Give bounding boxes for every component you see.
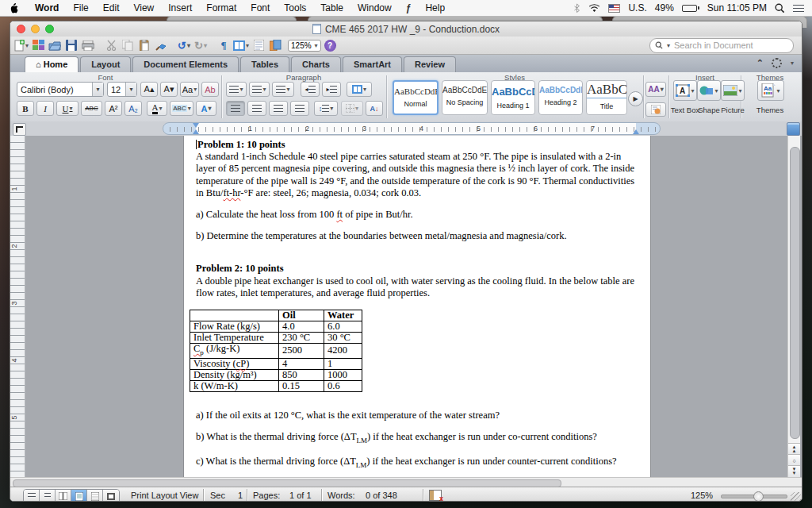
menu-format[interactable]: Format — [199, 0, 243, 16]
notification-center-icon[interactable] — [793, 5, 804, 12]
align-center-button[interactable] — [247, 101, 266, 116]
left-indent-marker[interactable] — [193, 129, 199, 134]
first-line-indent-marker[interactable] — [193, 123, 199, 128]
insert-shape-button[interactable]: ▾ — [697, 80, 721, 101]
show-formatting-button[interactable]: ¶ — [216, 38, 231, 52]
insert-text-box-button[interactable]: A▾ — [673, 80, 697, 101]
underline-button[interactable]: U▾ — [56, 101, 79, 116]
align-left-button[interactable] — [226, 101, 245, 116]
document-map-button[interactable] — [251, 38, 266, 52]
font-name-combo[interactable]: Calibri (Body)▾ — [17, 82, 104, 97]
increase-indent-button[interactable]: ▸ — [322, 82, 341, 97]
manage-styles-button[interactable] — [645, 102, 666, 117]
subscript-button[interactable]: A₂ — [124, 101, 142, 116]
menu-file[interactable]: File — [66, 0, 95, 16]
change-styles-button[interactable]: AA▾ — [645, 82, 666, 97]
clear-formatting-button[interactable]: Ab — [201, 82, 219, 97]
borders-button[interactable]: ▾ — [341, 101, 363, 116]
menu-edit[interactable]: Edit — [96, 0, 127, 16]
input-source-label[interactable]: U.S. — [628, 2, 646, 13]
draft-view-button[interactable] — [24, 490, 40, 502]
menubar-clock[interactable]: Sun 11:05 PM — [707, 2, 767, 13]
strikethrough-button[interactable]: ABC — [81, 101, 102, 116]
previous-page-button[interactable]: ▲▲ — [788, 443, 800, 455]
align-right-button[interactable] — [269, 101, 288, 116]
columns-button[interactable]: ▾ — [347, 82, 372, 97]
menu-window[interactable]: Window — [350, 0, 399, 16]
insert-picture-button[interactable]: ▾ — [721, 80, 745, 101]
bluetooth-icon[interactable] — [573, 3, 580, 13]
zoom-combo[interactable]: 125%▾ — [288, 40, 321, 52]
line-spacing-button[interactable]: ↕▾ — [314, 101, 338, 116]
search-field[interactable]: ▾ — [649, 38, 794, 53]
grow-font-button[interactable]: A▴ — [140, 82, 158, 97]
italic-button[interactable]: I — [36, 101, 54, 116]
save-button[interactable] — [64, 38, 79, 52]
font-color-button[interactable]: A▾ — [147, 101, 167, 116]
publishing-layout-view-button[interactable] — [56, 490, 71, 502]
cut-icon[interactable] — [104, 38, 118, 52]
menu-tools[interactable]: Tools — [277, 0, 313, 16]
tab-document-elements[interactable]: Document Elements — [132, 56, 239, 72]
menu-font[interactable]: Font — [243, 0, 277, 16]
themes-button[interactable]: Aa▾ — [757, 80, 784, 101]
vertical-scrollbar[interactable]: ▲▲ ○ ▼▼ — [787, 136, 800, 477]
style-normal[interactable]: AaBbCcDdEeNormal — [393, 80, 439, 115]
text-effects-button[interactable]: A▾ — [196, 101, 216, 116]
menu-table[interactable]: Table — [313, 0, 350, 16]
ruler-toggle-button[interactable] — [787, 122, 800, 136]
menu-insert[interactable]: Insert — [161, 0, 199, 16]
ribbon-settings-arrow-icon[interactable]: ▾ — [791, 60, 794, 67]
tab-home[interactable]: ⌂ Home — [25, 56, 79, 72]
print-button[interactable] — [81, 38, 95, 52]
script-menu-icon[interactable]: ƒ — [399, 0, 419, 16]
justify-button[interactable] — [290, 101, 309, 116]
multilevel-list-button[interactable]: ▾ — [272, 82, 294, 97]
right-indent-marker[interactable] — [633, 129, 639, 134]
input-source-flag-icon[interactable] — [608, 4, 620, 13]
open-button[interactable] — [48, 38, 62, 52]
search-input[interactable] — [672, 40, 771, 51]
menu-word[interactable]: Word — [28, 0, 66, 16]
menu-view[interactable]: View — [126, 0, 161, 16]
columns-layout-button[interactable]: ▾ — [233, 38, 249, 52]
bold-button[interactable]: B — [17, 101, 34, 116]
style-title[interactable]: AaBbCTitle — [586, 80, 627, 115]
new-document-button[interactable]: ▾ — [14, 38, 29, 52]
collapse-ribbon-icon[interactable]: ⌃ — [756, 58, 764, 68]
window-titlebar[interactable]: CME 465 2017 HW _9 - Conduction.docx — [10, 21, 802, 37]
print-layout-view-button[interactable] — [71, 490, 87, 502]
undo-button[interactable]: ↺▾ — [177, 38, 191, 52]
select-browse-object-button[interactable]: ○ — [788, 454, 800, 466]
tab-tables[interactable]: Tables — [240, 56, 289, 72]
numbering-button[interactable]: ▾ — [249, 82, 270, 97]
style-heading-2[interactable]: AaBbCcDdEHeading 2 — [538, 80, 583, 115]
change-case-button[interactable]: Aa▾ — [180, 82, 199, 97]
wifi-icon[interactable] — [588, 4, 600, 13]
vertical-scrollbar-thumb[interactable] — [790, 147, 800, 439]
elements-gallery-icon[interactable] — [31, 38, 45, 52]
zoom-slider-thumb[interactable] — [753, 491, 764, 502]
tab-charts[interactable]: Charts — [291, 56, 341, 72]
spelling-status-icon[interactable]: x — [429, 490, 442, 501]
paste-button[interactable] — [137, 38, 151, 52]
sort-button[interactable]: A↓ — [366, 101, 383, 116]
notebook-layout-view-button[interactable] — [87, 490, 103, 502]
document-page[interactable]: Problem 1: 10 points A standard 1-inch S… — [183, 136, 651, 477]
help-button[interactable]: ? — [324, 40, 336, 52]
copy-icon[interactable] — [121, 38, 135, 52]
print-preview-button[interactable] — [268, 38, 282, 52]
more-styles-button[interactable]: ▶ — [628, 91, 643, 106]
format-painter-button[interactable] — [154, 38, 168, 52]
outline-view-button[interactable] — [40, 490, 56, 502]
spotlight-icon[interactable] — [775, 3, 785, 13]
menu-help[interactable]: Help — [418, 0, 452, 16]
focus-view-button[interactable] — [103, 490, 119, 502]
battery-icon[interactable] — [682, 5, 699, 12]
search-scope-arrow-icon[interactable]: ▾ — [667, 42, 670, 49]
tab-smartart[interactable]: SmartArt — [343, 56, 402, 72]
shrink-font-button[interactable]: A▾ — [160, 82, 178, 97]
style-heading-1[interactable]: AaBbCcDHeading 1 — [491, 80, 535, 115]
bullets-button[interactable]: ▾ — [226, 82, 247, 97]
superscript-button[interactable]: A² — [105, 101, 122, 116]
